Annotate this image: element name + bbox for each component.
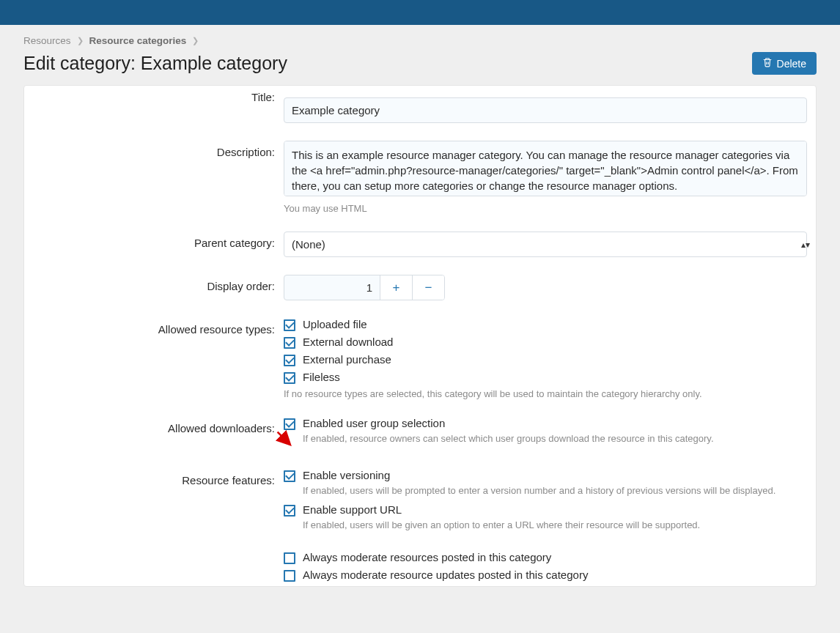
checkbox-fileless[interactable] bbox=[284, 372, 295, 384]
checkbox-moderate-updates[interactable] bbox=[284, 570, 295, 582]
checkbox-uploaded-file[interactable] bbox=[284, 319, 295, 331]
allowed-downloaders-hint: If enabled, resource owners can select w… bbox=[303, 433, 807, 444]
stepper-decrement-button[interactable]: − bbox=[412, 275, 444, 300]
versioning-hint: If enabled, users will be prompted to en… bbox=[303, 485, 807, 496]
label-parent-category: Parent category: bbox=[24, 232, 284, 249]
label-description: Description: bbox=[24, 141, 284, 158]
title-input[interactable] bbox=[284, 97, 807, 123]
checkbox-label: Enable versioning bbox=[303, 469, 390, 481]
checkbox-moderate-resources[interactable] bbox=[284, 552, 295, 564]
display-order-input[interactable] bbox=[284, 275, 380, 300]
breadcrumb-resources[interactable]: Resources bbox=[23, 35, 71, 46]
trash-icon bbox=[762, 57, 773, 70]
delete-button[interactable]: Delete bbox=[752, 52, 817, 75]
checkbox-external-download[interactable] bbox=[284, 337, 295, 349]
breadcrumb-categories[interactable]: Resource categories bbox=[89, 35, 187, 46]
parent-category-select[interactable]: (None) bbox=[284, 232, 807, 257]
checkbox-label: Fileless bbox=[303, 371, 340, 383]
form-panel: Title: Description: This is an example r… bbox=[23, 85, 817, 587]
checkbox-label: Always moderate resources posted in this… bbox=[303, 551, 551, 563]
checkbox-user-group-selection[interactable] bbox=[284, 418, 295, 430]
allowed-types-hint: If no resource types are selected, this … bbox=[284, 388, 807, 399]
minus-icon: − bbox=[425, 281, 432, 294]
display-order-stepper: + − bbox=[284, 275, 445, 300]
page-title: Edit category: Example category bbox=[23, 53, 287, 74]
checkbox-label: Always moderate resource updates posted … bbox=[303, 569, 588, 581]
delete-button-label: Delete bbox=[777, 58, 806, 70]
label-title: Title: bbox=[24, 86, 284, 103]
checkbox-label: External purchase bbox=[303, 353, 391, 366]
description-textarea[interactable]: This is an example resource manager cate… bbox=[284, 141, 807, 196]
checkbox-label: Uploaded file bbox=[303, 318, 367, 330]
label-allowed-downloaders: Allowed downloaders: bbox=[24, 417, 284, 434]
description-hint: You may use HTML bbox=[284, 203, 807, 214]
checkbox-enable-support-url[interactable] bbox=[284, 505, 295, 517]
stepper-increment-button[interactable]: + bbox=[380, 275, 412, 300]
support-url-hint: If enabled, users will be given an optio… bbox=[303, 519, 807, 530]
checkbox-enable-versioning[interactable] bbox=[284, 470, 295, 482]
chevron-right-icon: ❯ bbox=[192, 36, 199, 45]
chevron-right-icon: ❯ bbox=[77, 36, 84, 45]
checkbox-external-purchase[interactable] bbox=[284, 355, 295, 366]
checkbox-label: Enabled user group selection bbox=[303, 417, 445, 429]
plus-icon: + bbox=[393, 281, 400, 294]
label-allowed-types: Allowed resource types: bbox=[24, 318, 284, 336]
checkbox-label: Enable support URL bbox=[303, 503, 402, 516]
label-resource-features: Resource features: bbox=[24, 469, 284, 486]
top-nav-bar bbox=[0, 0, 840, 25]
label-display-order: Display order: bbox=[24, 275, 284, 292]
checkbox-label: External download bbox=[303, 336, 393, 348]
breadcrumb: Resources ❯ Resource categories ❯ bbox=[23, 35, 817, 46]
